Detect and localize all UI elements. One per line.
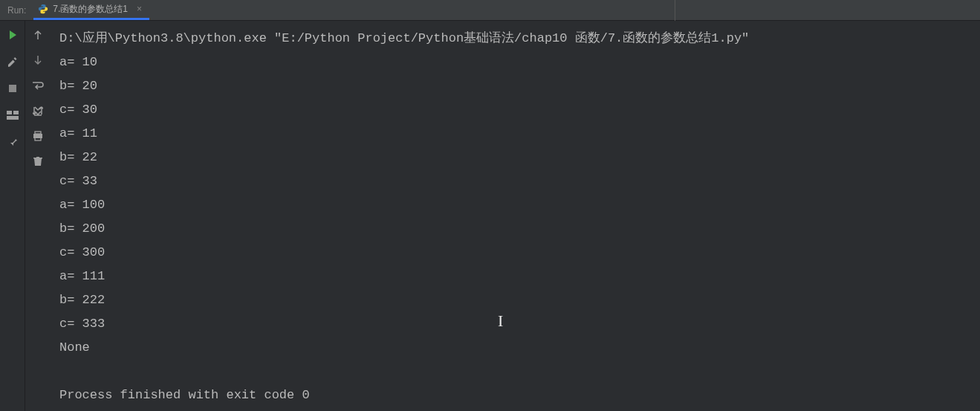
svg-rect-4 <box>35 132 41 134</box>
layout-button[interactable] <box>6 109 19 122</box>
run-tool-header: Run: 7.函数的参数总结1 × <box>0 0 980 21</box>
rerun-button[interactable] <box>6 28 19 42</box>
soft-wrap-button[interactable] <box>31 79 45 92</box>
svg-rect-1 <box>7 111 12 114</box>
header-divider <box>675 0 675 21</box>
svg-rect-2 <box>13 111 19 114</box>
down-button[interactable] <box>31 54 45 67</box>
up-button[interactable] <box>31 28 45 42</box>
main-toolbar <box>0 21 25 411</box>
tab-label: 7.函数的参数总结1 <box>53 3 128 16</box>
close-icon[interactable]: × <box>132 4 142 14</box>
secondary-toolbar <box>25 21 51 411</box>
settings-button[interactable] <box>6 55 19 68</box>
stop-button[interactable] <box>6 82 19 95</box>
run-label: Run: <box>0 5 33 16</box>
python-file-icon <box>38 4 48 14</box>
console-output[interactable]: D:\应用\Python3.8\python.exe "E:/Python Pr… <box>51 21 980 411</box>
run-tab[interactable]: 7.函数的参数总结1 × <box>33 0 149 20</box>
svg-rect-3 <box>7 116 19 120</box>
pin-button[interactable] <box>6 135 19 149</box>
print-button[interactable] <box>31 129 45 143</box>
console-text: D:\应用\Python3.8\python.exe "E:/Python Pr… <box>59 27 971 407</box>
svg-rect-7 <box>33 158 42 159</box>
svg-rect-0 <box>9 85 16 92</box>
clear-button[interactable] <box>31 155 45 168</box>
scroll-to-end-button[interactable] <box>31 104 45 117</box>
